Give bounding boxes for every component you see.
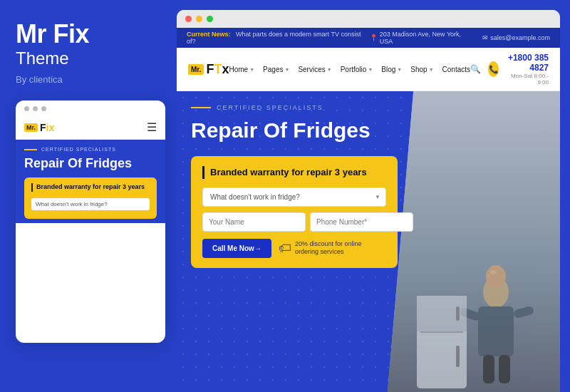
mockup-logo-ix: ix — [46, 122, 55, 133]
discount-info: 🏷 20% discount for online ordering servi… — [279, 240, 386, 257]
svg-rect-10 — [420, 331, 463, 333]
browser-bar — [177, 10, 560, 28]
news-location-text: 203 Madison Ave, New York, USA — [380, 31, 475, 45]
certified-label: CERTIFIED SPECIALISTS — [191, 104, 385, 111]
mockup-logo-fix: Fix — [40, 122, 54, 133]
browser-dot-green[interactable] — [207, 16, 213, 22]
news-bar: Current News: What parts does a modern s… — [177, 28, 560, 48]
news-label: Current News: — [187, 31, 231, 38]
search-icon[interactable]: 🔍 — [470, 64, 481, 74]
certified-text: CERTIFIED SPECIALISTS — [217, 104, 323, 111]
location-icon: 📍 — [370, 34, 378, 41]
discount-text: 20% discount for online ordering service… — [295, 240, 386, 257]
svg-rect-12 — [456, 346, 460, 367]
nav-phone: +1800 385 4827 Mon-Sat 8:00 - 9:00 — [506, 53, 549, 86]
phone-number: +1800 385 4827 — [506, 53, 549, 73]
mockup-logo: Mr. Fix — [24, 122, 54, 133]
email-icon: ✉ — [482, 34, 488, 41]
certified-divider — [191, 107, 211, 108]
svg-rect-4 — [483, 355, 494, 383]
nav-link-portfolio[interactable]: Portfolio ▼ — [341, 66, 373, 73]
yellow-card: Branded warranty for repair 3 years What… — [191, 156, 398, 268]
nav-link-contacts[interactable]: Contacts — [442, 66, 470, 73]
mobile-mockup: Mr. Fix ☰ CERTIFIED SPECIALISTS Repair O… — [16, 100, 165, 343]
hamburger-icon[interactable]: ☰ — [147, 120, 157, 134]
nav-logo-mr: Mr. — [188, 64, 204, 75]
fridge-problem-select[interactable]: What doesn't work in fridge? — [202, 187, 386, 207]
mockup-logo-mr: Mr. — [24, 123, 38, 132]
svg-rect-5 — [499, 355, 510, 383]
brand-subtitle: Theme — [16, 48, 161, 69]
nav-link-shop[interactable]: Shop ▼ — [410, 66, 433, 73]
mockup-dot-1 — [24, 106, 29, 111]
svg-point-7 — [489, 270, 497, 274]
mockup-select[interactable]: What doesn't work in fridge? — [31, 198, 150, 210]
phone-hours: Mon-Sat 8:00 - 9:00 — [506, 73, 549, 86]
news-location: 📍 203 Madison Ave, New York, USA — [370, 31, 475, 45]
nav-link-home[interactable]: Home ▼ — [229, 66, 254, 73]
news-email-text: sales@example.com — [490, 34, 550, 41]
mockup-certified-text: CERTIFIED SPECIALISTS — [41, 147, 116, 152]
warranty-title: Branded warranty for repair 3 years — [202, 166, 386, 179]
discount-icon: 🏷 — [279, 241, 291, 256]
mockup-warranty-title: Branded warranty for repair 3 years — [31, 183, 150, 192]
nav-links: Home ▼ Pages ▼ Services ▼ Portfolio ▼ Bl… — [229, 66, 470, 73]
svg-rect-11 — [456, 306, 460, 321]
brand-by: By clientica — [16, 74, 161, 85]
nav-link-blog[interactable]: Blog ▼ — [381, 66, 402, 73]
hero-photo — [388, 91, 560, 392]
hero-title: Repair Of Fridges — [191, 118, 385, 143]
nav-link-services[interactable]: Services ▼ — [298, 66, 331, 73]
mockup-certified: CERTIFIED SPECIALISTS — [24, 147, 157, 152]
phone-symbol: 📞 — [489, 65, 499, 74]
mockup-heading: Repair Of Fridges — [24, 156, 157, 172]
card-bottom: Call Me Now→ 🏷 20% discount for online o… — [202, 239, 386, 258]
nav-logo-text: FTx — [206, 62, 229, 77]
mockup-dot-2 — [33, 106, 38, 111]
svg-rect-3 — [513, 306, 534, 319]
nav-logo-t: T — [214, 62, 222, 76]
brand-title: Mr Fix — [16, 20, 161, 48]
phone-icon: 📞 — [488, 61, 499, 77]
browser-dot-red[interactable] — [185, 16, 192, 22]
fridge-illustration — [413, 292, 470, 392]
nav-right: 🔍 📞 +1800 385 4827 Mon-Sat 8:00 - 9:00 — [470, 53, 549, 86]
nav-logo: Mr. FTx — [188, 62, 229, 77]
svg-rect-1 — [478, 306, 514, 356]
news-info: 📍 203 Madison Ave, New York, USA ✉ sales… — [370, 31, 550, 45]
mockup-dot-3 — [41, 106, 46, 111]
left-panel: Mr Fix Theme By clientica Mr. Fix ☰ CERT… — [0, 0, 177, 392]
phone-input[interactable] — [310, 212, 413, 232]
mockup-nav: Mr. Fix ☰ — [16, 115, 165, 140]
call-me-now-button[interactable]: Call Me Now→ — [202, 239, 271, 258]
select-wrapper: What doesn't work in fridge? ▼ — [202, 187, 386, 207]
browser-dot-yellow[interactable] — [196, 16, 202, 22]
main-nav: Mr. FTx Home ▼ Pages ▼ Services ▼ Portfo… — [177, 48, 560, 91]
svg-point-6 — [486, 265, 506, 288]
name-input[interactable] — [202, 212, 306, 232]
hero-section: CERTIFIED SPECIALISTS Repair Of Fridges … — [177, 91, 560, 392]
card-inputs — [202, 212, 386, 232]
nav-link-pages[interactable]: Pages ▼ — [263, 66, 289, 73]
news-email: ✉ sales@example.com — [482, 31, 550, 45]
news-left: Current News: What parts does a modern s… — [187, 31, 370, 45]
hero-content: CERTIFIED SPECIALISTS Repair Of Fridges … — [177, 91, 399, 281]
mockup-yellow-card: Branded warranty for repair 3 years What… — [24, 177, 157, 219]
right-panel: Current News: What parts does a modern s… — [177, 10, 560, 392]
mockup-top-bar — [16, 100, 165, 115]
site-wrapper: Current News: What parts does a modern s… — [177, 28, 560, 392]
mockup-body: CERTIFIED SPECIALISTS Repair Of Fridges … — [16, 140, 165, 222]
certified-line — [24, 149, 37, 150]
